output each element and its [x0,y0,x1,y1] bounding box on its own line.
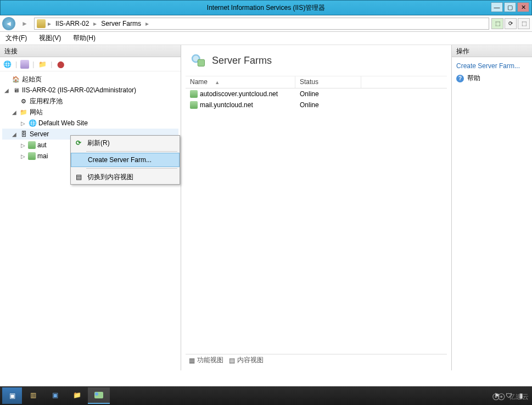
tab-content-view[interactable]: ▤ 内容视图 [229,356,264,365]
server-icon: 🖥 [12,86,20,95]
taskbar-item-iis[interactable] [88,387,110,404]
taskbar-item-powershell[interactable]: ▣ [44,387,66,404]
ctx-switch-view[interactable]: ▤ 切换到内容视图 [71,170,180,184]
tab-label: 内容视图 [237,356,264,365]
actions-header: 操作 [452,45,532,57]
expand-icon[interactable]: ▷ [20,120,26,126]
connections-toolbar: 🌐 | | 📁 | ⬤ [0,57,181,71]
main-area: 连接 🌐 | | 📁 | ⬤ 🏠 起始页 ◢ 🖥 IIS-ARR-02 (IIS… [0,45,532,370]
address-tool-2[interactable]: ⟳ [505,18,517,29]
help-icon: ? [456,75,464,82]
nav-back-button[interactable]: ◄ [2,17,15,30]
ctx-separator [86,151,177,152]
column-status[interactable]: Status [295,76,361,88]
help-label: 帮助 [467,74,480,83]
content-view-tabs: ▦ 功能视图 ▤ 内容视图 [186,354,447,366]
column-name[interactable]: Name ▲ [186,76,295,88]
action-help[interactable]: ? 帮助 [455,71,529,85]
tree-server-node[interactable]: ◢ 🖥 IIS-ARR-02 (IIS-ARR-02\Administrator… [2,85,178,96]
tree-label: 应用程序池 [30,97,63,106]
farm-icon [28,152,36,160]
start-page-icon: 🏠 [12,75,20,84]
sort-icon: ▲ [215,80,220,85]
serverfarms-header-icon [191,53,206,68]
tree-start-page[interactable]: 🏠 起始页 [2,74,178,85]
actions-panel: 操作 Create Server Farm... ? 帮助 [452,45,532,370]
collapse-icon[interactable]: ◢ [11,131,18,137]
svg-point-4 [95,392,98,396]
tree-label: IIS-ARR-02 (IIS-ARR-02\Administrator) [22,86,136,94]
cell-name: autodiscover.yuntcloud.net [186,90,295,98]
column-label: Name [190,78,208,86]
context-menu: 刷新(R) Create Server Farm... ▤ 切换到内容视图 [70,135,180,185]
cell-status: Online [295,101,361,109]
ctx-label: 切换到内容视图 [87,173,133,182]
taskbar: ▣ ▥ ▣ 📁 ⚑ 🛡 ▮ [0,386,532,405]
ctx-label: 刷新(R) [87,138,110,148]
refresh-icon [74,138,83,147]
breadcrumb-root-icon [37,19,46,28]
action-create-server-farm[interactable]: Create Server Farm... [455,60,529,71]
list-row[interactable]: mail.yuntcloud.net Online [186,99,447,110]
watermark-text: 亿速云 [509,392,529,402]
window-title: Internet Information Services (IIS)管理器 [207,3,325,13]
breadcrumb-sep-icon: ▸ [93,20,97,27]
tab-icon: ▤ [229,357,235,364]
taskbar-item-explorer[interactable]: 📁 [66,387,88,404]
list-row[interactable]: autodiscover.yuntcloud.net Online [186,88,447,99]
tree-sites[interactable]: ◢ 📁 网站 [2,107,178,118]
toolbar-sep: | [51,60,52,68]
window-controls: — ▢ ✕ [491,2,529,12]
farm-icon [190,101,198,109]
tree-default-site[interactable]: ▷ Default Web Site [2,118,178,129]
sites-icon: 📁 [19,108,28,116]
breadcrumb-sep-icon: ▸ [48,20,51,27]
expand-icon[interactable]: ▷ [20,142,26,148]
expand-icon[interactable]: ▷ [20,153,26,159]
minimize-button[interactable]: — [491,2,503,12]
maximize-button[interactable]: ▢ [504,2,516,12]
collapse-icon[interactable]: ◢ [3,87,10,93]
menu-help[interactable]: 帮助(H) [71,32,98,44]
window-titlebar: Internet Information Services (IIS)管理器 —… [0,0,532,15]
tree-app-pools[interactable]: ⚙ 应用程序池 [2,96,178,107]
svg-rect-2 [198,59,204,66]
menu-bar: 文件(F) 视图(V) 帮助(H) [0,32,532,45]
tab-features-view[interactable]: ▦ 功能视图 [189,356,223,365]
toolbar-connect-icon[interactable]: 🌐 [2,59,12,69]
actions-list: Create Server Farm... ? 帮助 [452,57,532,88]
farm-icon [190,90,198,98]
address-bar: ◄ ► ▸ IIS-ARR-02 ▸ Server Farms ▸ ⬚ ⟳ ⬚ [0,15,532,32]
switch-view-icon: ▤ [74,173,83,181]
ctx-create-server-farm[interactable]: Create Server Farm... [71,153,180,167]
menu-file[interactable]: 文件(F) [3,32,29,44]
start-button[interactable]: ▣ [2,387,22,404]
content-title: Server Farms [212,55,272,66]
breadcrumb-part-serverfarms[interactable]: Server Farms [99,20,143,27]
toolbar-save-icon[interactable] [20,60,29,69]
tree-label: Default Web Site [38,119,88,127]
tree-label: aut [37,141,47,149]
ctx-separator [86,168,177,169]
svg-point-7 [495,396,497,398]
content-header: Server Farms [186,49,447,76]
cell-name: mail.yuntcloud.net [186,101,295,109]
breadcrumb-sep-icon: ▸ [145,20,149,27]
close-button[interactable]: ✕ [517,2,529,12]
collapse-icon[interactable]: ◢ [11,109,18,115]
watermark: 亿速云 [491,392,529,402]
toolbar-stop-icon[interactable]: ⬤ [55,59,65,69]
address-help-button[interactable]: ⬚ [518,18,530,29]
address-tool-1[interactable]: ⬚ [491,18,503,29]
breadcrumb-part-server[interactable]: IIS-ARR-02 [53,20,91,27]
svg-point-8 [500,396,502,398]
menu-view[interactable]: 视图(V) [37,32,63,44]
farm-icon [28,141,36,149]
breadcrumb[interactable]: ▸ IIS-ARR-02 ▸ Server Farms ▸ [34,18,489,30]
ctx-refresh[interactable]: 刷新(R) [71,136,180,150]
taskbar-item-server-manager[interactable]: ▥ [22,387,44,404]
toolbar-folder-icon[interactable]: 📁 [37,59,47,69]
nav-forward-button[interactable]: ► [18,18,32,30]
list-header: Name ▲ Status [186,76,447,88]
connections-header: 连接 [0,45,181,57]
